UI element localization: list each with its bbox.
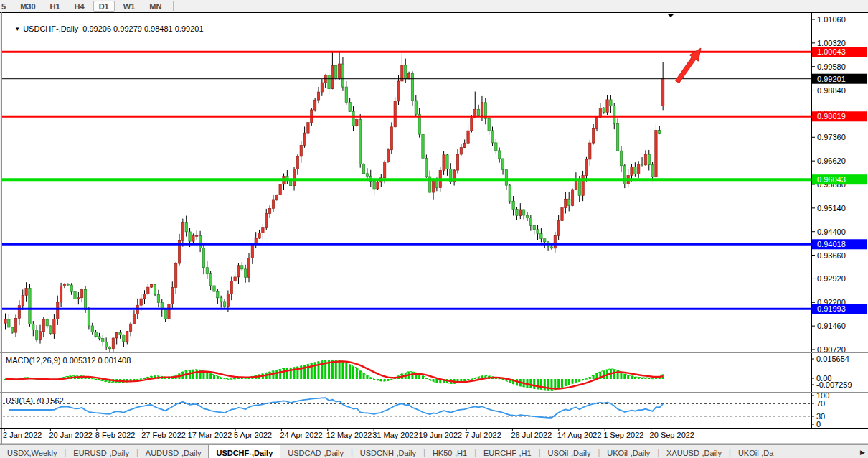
candle-body — [223, 302, 225, 307]
candle-body — [397, 81, 400, 101]
tab-ukoil-daily[interactable]: UKOil-,Daily — [600, 445, 657, 458]
price-axis-tick-label: 0.94400 — [817, 228, 846, 236]
macd-axis-label: 0.015654 — [816, 355, 849, 363]
candle-body — [345, 87, 347, 102]
price-axis-tick-label: 1.00320 — [817, 39, 846, 47]
macd-indicator-label: MACD(12,26,9) 0.005312 0.001408 — [6, 356, 131, 365]
candle-body — [84, 290, 86, 310]
timeframe-button-d1[interactable]: D1 — [93, 1, 115, 12]
candle-body — [35, 330, 37, 340]
macd-histogram-bar — [623, 374, 626, 379]
candle-body — [331, 65, 334, 88]
candle-body — [217, 291, 219, 298]
macd-histogram-bar — [627, 375, 629, 379]
tab-usoil-daily[interactable]: USOil-,Daily — [541, 445, 598, 458]
candle-body — [63, 284, 65, 286]
candle-body — [411, 74, 413, 101]
tab-audusd-daily[interactable]: AUDUSD-,Daily — [138, 445, 209, 458]
price-axis-tick-label: 0.98840 — [817, 86, 846, 95]
price-axis-badge-label: 0.99201 — [817, 75, 846, 83]
candle-body — [623, 166, 626, 184]
date-axis-label: 7 Jul 2022 — [465, 431, 501, 439]
candle-body — [512, 201, 514, 209]
candle-body — [471, 118, 473, 131]
candle-body — [463, 143, 466, 147]
tab-usdcad-daily[interactable]: USDCAD-,Daily — [280, 445, 351, 458]
candle-body — [237, 266, 240, 277]
macd-histogram-bar — [206, 372, 208, 379]
candle-body — [181, 223, 184, 241]
macd-histogram-bar — [568, 379, 570, 385]
price-axis-tick-label: 0.96620 — [817, 156, 846, 165]
tab-eurusd-daily[interactable]: EURUSD-,Daily — [66, 445, 136, 458]
macd-histogram-bar — [411, 372, 413, 379]
candle-body — [554, 235, 556, 248]
dropdown-arrow-icon[interactable]: ▼ — [14, 26, 20, 32]
macd-histogram-bar — [356, 368, 358, 379]
chart-canvas[interactable]: 1.010601.003200.995800.988400.981000.973… — [0, 12, 868, 444]
candle-body — [338, 64, 340, 78]
tab-hk50-h1[interactable]: HK50-,H1 — [425, 445, 474, 458]
macd-histogram-bar — [561, 379, 563, 388]
candle-body — [505, 170, 507, 186]
date-axis-label: 20 Jan 2022 — [49, 431, 93, 439]
candle-body — [377, 182, 379, 189]
tab-usdcnh-daily[interactable]: USDCNH-,Daily — [353, 445, 423, 458]
date-axis[interactable]: 2 Jan 202220 Jan 20228 Feb 202227 Feb 20… — [3, 429, 694, 439]
candle-body — [14, 318, 16, 332]
candle-body — [648, 154, 650, 164]
candle-body — [213, 286, 215, 291]
candle-body — [585, 159, 588, 176]
candle-body — [8, 319, 10, 327]
candle-body — [206, 268, 208, 274]
candle-body — [126, 332, 128, 342]
timeframe-button-h1[interactable]: H1 — [44, 1, 66, 12]
price-axis-badge-label: 0.91993 — [817, 304, 846, 313]
candle-body — [359, 120, 362, 164]
timeframe-button-w1[interactable]: W1 — [118, 1, 141, 12]
macd-histogram-bar — [279, 369, 281, 379]
timeframe-toolbar: 5M30H1H4D1W1MN — [0, 0, 868, 12]
price-axis-tick-label: 0.97360 — [817, 133, 846, 141]
timeframe-button-5[interactable]: 5 — [0, 1, 11, 12]
price-axis-badge-label: 0.94018 — [817, 240, 846, 248]
macd-histogram-bar — [196, 370, 198, 379]
candle-body — [422, 134, 424, 158]
price-axis-badge-label: 0.96043 — [817, 175, 846, 184]
candle-body — [509, 185, 511, 201]
candle-body — [293, 169, 295, 185]
candle-body — [157, 294, 159, 302]
macd-histogram-bar — [189, 370, 191, 379]
candle-body — [610, 100, 612, 106]
tab-eurchf-h1[interactable]: EURCHF-,H1 — [476, 445, 539, 458]
date-axis-label: 24 Apr 2022 — [280, 431, 322, 439]
price-axis-tick-label: 0.90720 — [817, 345, 846, 354]
tab-ukoil-da[interactable]: UKOil-,Da — [731, 445, 781, 458]
candle-body — [477, 109, 479, 115]
candle-body — [185, 223, 187, 232]
candle-body — [112, 338, 114, 349]
price-axis-tick-label: 1.01060 — [817, 15, 846, 24]
candle-body — [108, 347, 110, 349]
candle-body — [296, 156, 298, 169]
timeframe-button-h4[interactable]: H4 — [69, 1, 90, 12]
tab-usdchf-daily[interactable]: USDCHF-,Daily — [208, 444, 280, 458]
date-axis-label: 8 Feb 2022 — [95, 431, 136, 439]
chart-window[interactable]: 1.010601.003200.995800.988400.981000.973… — [0, 12, 868, 444]
candle-body — [275, 195, 278, 200]
macd-histogram-bar — [613, 369, 615, 379]
timeframe-button-mn[interactable]: MN — [143, 1, 167, 12]
candle-body — [335, 65, 337, 78]
timeframe-button-m30[interactable]: M30 — [14, 1, 41, 12]
tab-usdx-weekly[interactable]: USDX,Weekly — [0, 445, 64, 458]
date-axis-label: 17 Mar 2022 — [188, 431, 232, 439]
tab-scroll-right-icon[interactable]: ▶ — [857, 445, 868, 458]
candle-body — [537, 230, 539, 234]
candle-body — [171, 287, 174, 304]
candle-body — [91, 326, 93, 332]
tab-xauusd-daily[interactable]: XAUUSD-,Daily — [659, 445, 729, 458]
rsi-axis-label: 0 — [816, 420, 821, 429]
candle-body — [168, 304, 170, 319]
date-axis-label: 12 May 2022 — [326, 431, 372, 439]
candle-body — [415, 101, 417, 114]
